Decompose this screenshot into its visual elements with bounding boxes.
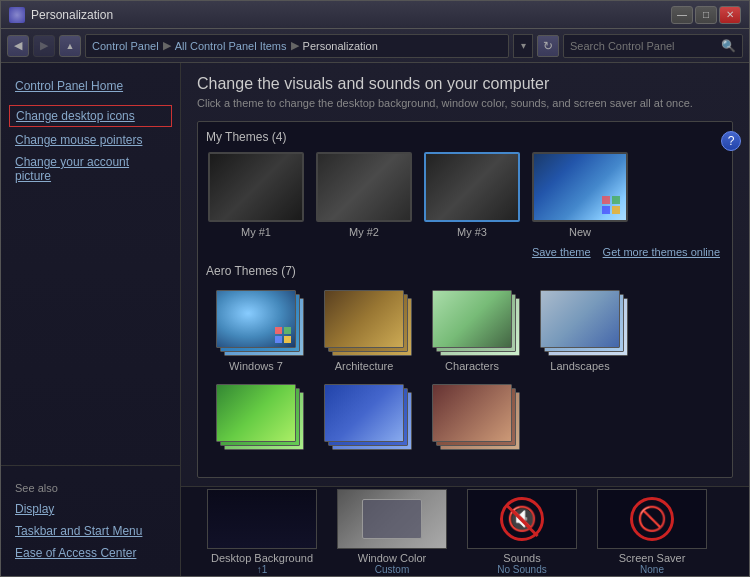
theme-my2-name: My #2 [349, 226, 379, 238]
content-title: Change the visuals and sounds on your co… [197, 75, 733, 93]
svg-rect-5 [284, 327, 291, 334]
bottom-window-color[interactable]: Window Color Custom [327, 489, 457, 575]
my-themes-label: My Themes (4) [206, 130, 724, 144]
sidebar-see-also: See also Display Taskbar and Start Menu … [1, 465, 180, 564]
breadcrumb-control-panel[interactable]: Control Panel [92, 40, 159, 52]
see-also-label: See also [1, 474, 180, 498]
breadcrumb-all-items[interactable]: All Control Panel Items [175, 40, 287, 52]
theme-arch[interactable]: Architecture [314, 286, 414, 372]
aero-themes-label: Aero Themes (7) [206, 264, 724, 278]
theme-my1-name: My #1 [241, 226, 271, 238]
theme-win7-name: Windows 7 [229, 360, 283, 372]
window-color-label: Window Color [358, 552, 426, 564]
app-icon [9, 7, 25, 23]
desktop-bg-thumb [207, 489, 317, 549]
svg-rect-1 [612, 196, 620, 204]
bottom-desktop-bg[interactable]: Desktop Background ↑1 [197, 489, 327, 575]
theme-new[interactable]: New [530, 152, 630, 238]
theme-win7-thumb [208, 286, 304, 356]
sidebar-ease-of-access[interactable]: Ease of Access Center [1, 542, 180, 564]
titlebar: Personalization — □ ✕ [1, 1, 749, 29]
theme-win7[interactable]: Windows 7 [206, 286, 306, 372]
sounds-thumb: 🔇 [467, 489, 577, 549]
save-theme-link[interactable]: Save theme [532, 246, 591, 258]
svg-rect-4 [275, 327, 282, 334]
theme-land-name: Landscapes [550, 360, 609, 372]
theme-my1[interactable]: My #1 [206, 152, 306, 238]
theme-my3[interactable]: My #3 [422, 152, 522, 238]
theme-arch-name: Architecture [335, 360, 394, 372]
svg-rect-7 [284, 336, 291, 343]
bottom-bar: Desktop Background ↑1 Window Color Custo… [181, 486, 749, 576]
get-more-themes-link[interactable]: Get more themes online [603, 246, 720, 258]
content-wrapper: ? Change the visuals and sounds on your … [181, 63, 749, 576]
theme-actions: Save theme Get more themes online [206, 246, 724, 258]
sidebar-change-mouse-pointers[interactable]: Change mouse pointers [1, 129, 180, 151]
theme-aero-r2-2-thumb [316, 380, 412, 450]
search-icon: 🔍 [721, 39, 736, 53]
content-area: Change the visuals and sounds on your co… [181, 63, 749, 576]
help-button[interactable]: ? [721, 131, 741, 151]
content-header: Change the visuals and sounds on your co… [181, 63, 749, 113]
breadcrumb-bar: Control Panel ▶ All Control Panel Items … [85, 34, 509, 58]
theme-land-thumb [532, 286, 628, 356]
theme-aero-row2-2[interactable] [314, 380, 414, 450]
close-button[interactable]: ✕ [719, 6, 741, 24]
breadcrumb-dropdown[interactable]: ▾ [513, 34, 533, 58]
theme-char-name: Characters [445, 360, 499, 372]
breadcrumb-sep-2: ▶ [291, 39, 299, 52]
refresh-button[interactable]: ↻ [537, 35, 559, 57]
theme-my2[interactable]: My #2 [314, 152, 414, 238]
aero-themes-grid: Windows 7 Architecture [206, 286, 724, 372]
content-subtitle: Click a theme to change the desktop back… [197, 97, 733, 109]
screen-saver-thumb: 🚫 [597, 489, 707, 549]
theme-aero-row2-3[interactable] [422, 380, 522, 450]
sounds-sublabel: No Sounds [497, 564, 546, 575]
theme-my3-thumb [424, 152, 520, 222]
theme-my3-name: My #3 [457, 226, 487, 238]
bottom-sounds[interactable]: 🔇 Sounds No Sounds [457, 489, 587, 575]
desktop-bg-sublabel: ↑1 [257, 564, 268, 575]
svg-rect-2 [602, 206, 610, 214]
sidebar-change-account-picture[interactable]: Change your account picture [1, 151, 180, 187]
theme-panel: My Themes (4) My #1 [197, 121, 733, 478]
theme-new-thumb [532, 152, 628, 222]
minimize-button[interactable]: — [671, 6, 693, 24]
search-bar[interactable]: 🔍 [563, 34, 743, 58]
titlebar-buttons: — □ ✕ [671, 6, 741, 24]
sidebar: Control Panel Home Change desktop icons … [1, 63, 181, 576]
svg-rect-0 [602, 196, 610, 204]
back-button[interactable]: ◀ [7, 35, 29, 57]
theme-my1-thumb [208, 152, 304, 222]
theme-my2-thumb [316, 152, 412, 222]
theme-aero-r2-1-thumb [208, 380, 304, 450]
window-title: Personalization [31, 8, 671, 22]
sidebar-display[interactable]: Display [1, 498, 180, 520]
theme-new-name: New [569, 226, 591, 238]
screen-saver-label: Screen Saver [619, 552, 686, 564]
theme-land[interactable]: Landscapes [530, 286, 630, 372]
main-layout: Control Panel Home Change desktop icons … [1, 63, 749, 576]
maximize-button[interactable]: □ [695, 6, 717, 24]
aero-themes-row2 [206, 380, 724, 450]
sidebar-change-desktop-icons[interactable]: Change desktop icons [9, 105, 172, 127]
theme-char-thumb [424, 286, 520, 356]
sounds-label: Sounds [503, 552, 540, 564]
breadcrumb-current: Personalization [303, 40, 378, 52]
desktop-bg-label: Desktop Background [211, 552, 313, 564]
theme-aero-row2-1[interactable] [206, 380, 306, 450]
svg-rect-6 [275, 336, 282, 343]
forward-button[interactable]: ▶ [33, 35, 55, 57]
sidebar-taskbar[interactable]: Taskbar and Start Menu [1, 520, 180, 542]
search-input[interactable] [570, 40, 717, 52]
theme-aero-r2-3-thumb [424, 380, 520, 450]
addressbar: ◀ ▶ ▲ Control Panel ▶ All Control Panel … [1, 29, 749, 63]
my-themes-grid: My #1 My #2 [206, 152, 724, 238]
sidebar-control-panel-home[interactable]: Control Panel Home [1, 75, 180, 97]
bottom-screen-saver[interactable]: 🚫 Screen Saver None [587, 489, 717, 575]
personalization-window: Personalization — □ ✕ ◀ ▶ ▲ Control Pane… [0, 0, 750, 577]
screen-saver-sublabel: None [640, 564, 664, 575]
up-button[interactable]: ▲ [59, 35, 81, 57]
theme-char[interactable]: Characters [422, 286, 522, 372]
breadcrumb-sep-1: ▶ [163, 39, 171, 52]
